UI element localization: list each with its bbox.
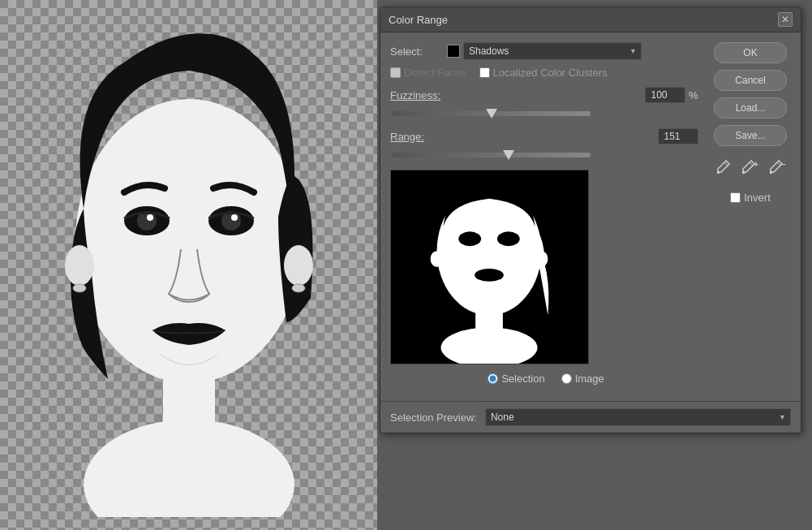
svg-rect-30 [770, 171, 772, 174]
svg-line-29 [777, 162, 780, 166]
fuzziness-unit: % [689, 89, 702, 101]
fuzziness-label: Fuzziness: [390, 89, 455, 101]
svg-point-18 [497, 231, 520, 246]
selection-preview-row: Selection Preview: None Grayscale Black … [380, 401, 801, 433]
selection-radio[interactable] [488, 373, 498, 384]
detect-faces-label: Detect Faces [404, 67, 466, 79]
invert-checkbox[interactable] [730, 192, 741, 203]
image-radio[interactable] [561, 373, 572, 384]
range-slider-container [390, 148, 702, 160]
dialog-titlebar: Color Range ✕ [380, 7, 801, 32]
svg-rect-27 [742, 171, 745, 174]
radio-row: Selection Image [390, 373, 702, 385]
fuzziness-slider-container [390, 106, 702, 118]
face-illustration [19, 14, 359, 517]
svg-line-26 [750, 162, 753, 166]
svg-text:+: + [754, 160, 758, 169]
svg-text:−: − [781, 160, 786, 169]
svg-line-24 [724, 162, 728, 166]
select-dropdown[interactable]: Shadows Highlights Midtones Reds Yellows… [463, 42, 642, 60]
invert-label: Invert [744, 192, 771, 204]
selection-preview-label: Selection Preview: [390, 412, 477, 424]
select-wrapper[interactable]: Shadows Highlights Midtones Reds Yellows… [463, 42, 642, 60]
preview-container [390, 170, 589, 364]
eyedropper-subtract-button[interactable]: − [767, 156, 789, 179]
eyedropper-row: + − [711, 156, 789, 179]
svg-point-17 [458, 231, 481, 246]
range-slider[interactable] [392, 153, 591, 157]
dialog-sidebar: OK Cancel Load... Save... [710, 42, 791, 391]
eyedropper-normal-button[interactable] [711, 156, 734, 179]
svg-rect-2 [132, 436, 246, 517]
color-swatch [447, 45, 460, 58]
range-label: Range: [390, 131, 455, 143]
invert-row[interactable]: Invert [730, 192, 771, 204]
fuzziness-input[interactable] [645, 87, 685, 103]
svg-point-5 [65, 245, 94, 286]
cancel-button[interactable]: Cancel [714, 70, 787, 91]
load-button[interactable]: Load... [714, 97, 787, 118]
localized-color-clusters-checkbox[interactable] [479, 67, 490, 78]
preview-image [391, 170, 588, 364]
save-button[interactable]: Save... [714, 125, 787, 146]
image-radio-label: Image [575, 373, 604, 385]
svg-point-6 [284, 245, 313, 286]
canvas-area [0, 0, 377, 530]
eyedropper-icon [715, 159, 731, 175]
svg-point-22 [431, 251, 444, 267]
image-radio-item[interactable]: Image [561, 373, 604, 385]
eyedropper-add-icon: + [742, 159, 758, 175]
color-range-dialog: Color Range ✕ Select: Shadows Highlights… [380, 6, 801, 433]
svg-rect-25 [717, 171, 720, 174]
selection-radio-label: Selection [501, 373, 544, 385]
svg-point-7 [73, 284, 86, 292]
detect-faces-item[interactable]: Detect Faces [390, 67, 466, 79]
fuzziness-slider[interactable] [392, 111, 591, 116]
eyedropper-add-button[interactable]: + [739, 156, 762, 179]
close-button[interactable]: ✕ [778, 12, 793, 27]
svg-point-19 [475, 269, 504, 282]
ok-button[interactable]: OK [714, 42, 787, 63]
dialog-title: Color Range [389, 14, 448, 26]
range-row: Range: [390, 128, 702, 144]
dialog-body: Select: Shadows Highlights Midtones Reds… [380, 32, 801, 401]
selection-radio-item[interactable]: Selection [488, 373, 544, 385]
selection-preview-select[interactable]: None Grayscale Black Matte White Matte Q… [485, 408, 791, 426]
range-input[interactable] [658, 128, 698, 144]
svg-point-11 [147, 214, 153, 221]
svg-point-8 [292, 284, 305, 292]
checkbox-row: Detect Faces Localized Color Clusters [390, 67, 702, 79]
canvas-image [0, 0, 377, 530]
localized-color-clusters-label: Localized Color Clusters [493, 67, 608, 79]
detect-faces-checkbox[interactable] [390, 67, 401, 78]
eyedropper-subtract-icon: − [770, 159, 786, 175]
select-label: Select: [390, 45, 447, 58]
select-row: Select: Shadows Highlights Midtones Reds… [390, 42, 702, 60]
dialog-main: Select: Shadows Highlights Midtones Reds… [390, 42, 702, 391]
selection-preview-wrapper[interactable]: None Grayscale Black Matte White Matte Q… [485, 408, 791, 426]
fuzziness-row: Fuzziness: % [390, 87, 702, 103]
svg-point-14 [231, 214, 238, 221]
localized-color-clusters-item[interactable]: Localized Color Clusters [479, 67, 608, 79]
